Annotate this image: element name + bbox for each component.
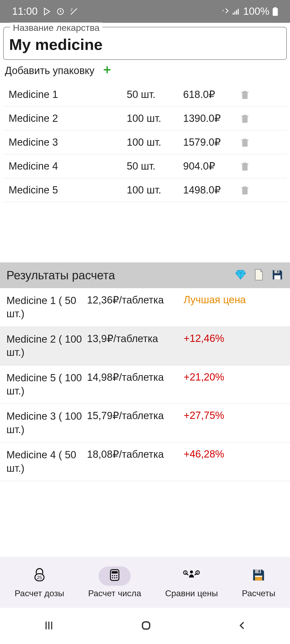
svg-rect-6	[274, 7, 277, 9]
package-name: Medicine 1	[9, 89, 127, 100]
result-unit-price: 15,79₽/таблетка	[87, 410, 184, 422]
package-price: 618.0₽	[183, 89, 237, 100]
package-name: Medicine 5	[9, 184, 127, 196]
result-name: Medicine 5 ( 100 шт.)	[6, 371, 87, 398]
svg-rect-9	[274, 275, 281, 279]
package-row[interactable]: Medicine 3100 шт.1579.0₽	[3, 130, 287, 154]
add-package-row: Добавить упаковку	[0, 60, 290, 83]
medicine-name-field[interactable]: Название лекарства My medicine	[3, 27, 287, 60]
results-list: Medicine 1 ( 50 шт.)12,36₽/таблеткаЛучша…	[0, 288, 290, 481]
package-price: 904.0₽	[183, 160, 237, 172]
result-name: Medicine 1 ( 50 шт.)	[6, 294, 87, 321]
package-row[interactable]: Medicine 2100 шт.1390.0₽	[3, 107, 287, 130]
back-button[interactable]	[237, 620, 248, 632]
svg-rect-29	[143, 622, 150, 629]
system-nav-bar	[0, 608, 290, 644]
nav-label: Расчет числа	[88, 588, 141, 598]
package-list: Medicine 150 шт.618.0₽Medicine 2100 шт.1…	[0, 83, 290, 202]
result-row[interactable]: Medicine 4 ( 50 шт.)18,08₽/таблетка+46,2…	[0, 442, 290, 481]
svg-rect-2	[234, 12, 235, 14]
package-row[interactable]: Medicine 150 шт.618.0₽	[3, 83, 287, 107]
delete-package-button[interactable]	[237, 184, 253, 196]
svg-rect-7	[274, 270, 280, 273]
delete-package-button[interactable]	[237, 112, 253, 124]
svg-point-17	[112, 577, 113, 578]
play-store-icon	[42, 7, 52, 16]
svg-rect-28	[255, 576, 262, 577]
svg-rect-4	[238, 9, 239, 14]
package-quantity: 100 шт.	[127, 184, 183, 196]
result-unit-price: 14,98₽/таблетка	[87, 371, 184, 383]
home-button[interactable]	[140, 619, 152, 633]
lock25-icon: 25	[32, 567, 47, 585]
result-row[interactable]: Medicine 1 ( 50 шт.)12,36₽/таблеткаЛучша…	[0, 288, 290, 327]
svg-rect-1	[233, 13, 234, 14]
result-row[interactable]: Medicine 2 ( 100 шт.)13,9₽/таблетка+12,4…	[0, 327, 290, 365]
compare-money-icon: $$	[183, 568, 200, 584]
result-name: Medicine 3 ( 100 шт.)	[6, 410, 87, 436]
package-row[interactable]: Medicine 450 шт.904.0₽	[3, 154, 287, 178]
diamond-icon[interactable]	[235, 269, 247, 282]
svg-rect-26	[259, 570, 260, 573]
nav-calculations[interactable]: Расчеты	[242, 566, 276, 598]
status-left: 11:00	[12, 6, 78, 17]
delete-package-button[interactable]	[237, 136, 253, 148]
bottom-nav: 25 Расчет дозы Расчет числа $$ Сравни це…	[0, 557, 290, 608]
add-package-label: Добавить упаковку	[5, 65, 95, 76]
recents-button[interactable]	[42, 619, 56, 633]
svg-rect-5	[273, 8, 278, 16]
status-right: 100%	[220, 6, 278, 17]
result-unit-price: 18,08₽/таблетка	[87, 448, 184, 460]
result-difference: +12,46%	[184, 333, 282, 344]
vibrate-icon	[220, 7, 229, 16]
result-row[interactable]: Medicine 3 ( 100 шт.)15,79₽/таблетка+27,…	[0, 404, 290, 442]
package-quantity: 50 шт.	[127, 89, 183, 100]
wand-icon	[69, 7, 78, 16]
result-difference: Лучшая цена	[184, 294, 282, 306]
floppy-icon	[251, 568, 266, 584]
svg-rect-3	[236, 10, 237, 14]
svg-point-16	[116, 575, 118, 576]
result-row[interactable]: Medicine 5 ( 100 шт.)14,98₽/таблетка+21,…	[0, 365, 290, 404]
svg-rect-25	[255, 569, 261, 573]
document-icon[interactable]	[253, 268, 264, 282]
svg-text:$: $	[197, 571, 198, 574]
package-quantity: 50 шт.	[127, 160, 183, 172]
results-header: Результаты расчета	[0, 262, 290, 288]
svg-point-20	[190, 570, 193, 573]
svg-text:$: $	[185, 571, 186, 574]
svg-text:25: 25	[37, 575, 42, 580]
delete-package-button[interactable]	[237, 89, 253, 100]
delete-package-button[interactable]	[237, 160, 253, 172]
package-quantity: 100 шт.	[127, 113, 183, 124]
package-price: 1579.0₽	[183, 136, 237, 148]
result-unit-price: 13,9₽/таблетка	[87, 333, 184, 345]
results-title: Результаты расчета	[6, 269, 115, 282]
nav-label: Сравни цены	[165, 588, 218, 598]
medicine-name-value: My medicine	[9, 35, 281, 53]
nav-compare-prices[interactable]: $$ Сравни цены	[165, 566, 218, 598]
save-icon[interactable]	[271, 269, 284, 282]
result-difference: +46,28%	[184, 448, 282, 460]
nav-label: Расчет дозы	[15, 588, 64, 598]
nav-label: Расчеты	[242, 588, 276, 598]
status-bar: 11:00 100%	[0, 0, 290, 23]
package-name: Medicine 3	[9, 137, 127, 148]
result-difference: +21,20%	[184, 371, 282, 383]
svg-point-18	[114, 577, 115, 578]
svg-point-15	[114, 575, 115, 576]
clock-icon	[56, 8, 64, 16]
calculator-icon	[107, 568, 122, 584]
result-difference: +27,75%	[184, 410, 282, 421]
svg-rect-13	[112, 571, 118, 573]
add-package-button[interactable]	[102, 65, 112, 77]
package-row[interactable]: Medicine 5100 шт.1498.0₽	[3, 178, 287, 202]
package-price: 1498.0₽	[183, 184, 237, 196]
nav-count-calc[interactable]: Расчет числа	[88, 566, 141, 598]
package-price: 1390.0₽	[183, 112, 237, 124]
nav-dose-calc[interactable]: 25 Расчет дозы	[15, 566, 64, 598]
result-unit-price: 12,36₽/таблетка	[87, 294, 184, 306]
medicine-name-label: Название лекарства	[10, 23, 102, 33]
status-time: 11:00	[12, 6, 38, 17]
package-name: Medicine 2	[9, 113, 127, 124]
